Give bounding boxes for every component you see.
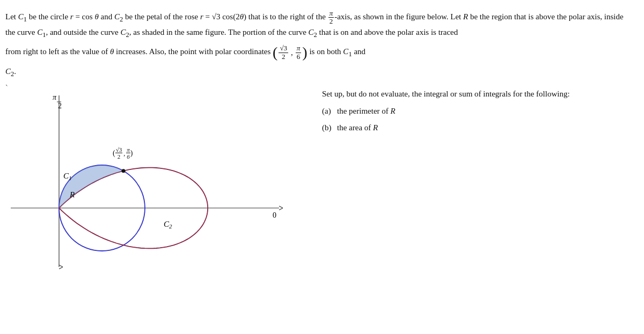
part-b: (b) the area of R — [322, 121, 631, 135]
pi-half-label: π — [53, 93, 57, 101]
text-c2: C2. — [5, 67, 16, 76]
main-paragraph-line4: from right to left as the value of θ inc… — [5, 44, 631, 61]
intersection-dot — [122, 169, 126, 173]
c1-label: C1 — [63, 172, 72, 181]
origin-label: 0 — [273, 211, 276, 219]
part-b-text: the area of R — [337, 121, 378, 135]
text-line1: Let C1 be the circle r = cos θ and C2 be… — [5, 12, 624, 36]
coord-label-group: (√32,π6) — [113, 146, 156, 168]
open-paren: ( — [273, 45, 277, 60]
right-panel: Set up, but do not evaluate, the integra… — [306, 85, 631, 135]
coord-label: (√3 — [5, 85, 14, 86]
c2-label: C2 — [164, 220, 172, 229]
polar-diagram: π 2 C1 R C2 0 (√3 (√32,π6) — [5, 85, 306, 283]
coordinate-group: ( √3 2 , π 6 ) — [273, 44, 308, 61]
comma: , — [291, 46, 293, 60]
svg-rect-0 — [5, 85, 306, 208]
r-label: R — [69, 190, 75, 199]
pi-over-2-fraction: π 2 — [328, 10, 334, 26]
text-line4-pre: from right to left as the value of θ inc… — [5, 47, 270, 56]
part-a: (a) the perimeter of R — [322, 105, 631, 118]
set-up-intro: Set up, but do not evaluate, the integra… — [322, 87, 631, 101]
text-line4-post: is on both C1 and — [309, 47, 365, 56]
content-row: π 2 C1 R C2 0 (√3 (√32,π6) Set up, but — [5, 85, 631, 283]
part-b-label: (b) — [322, 121, 337, 135]
diagram-area: π 2 C1 R C2 0 (√3 (√32,π6) — [5, 85, 306, 283]
main-paragraph-line5: C2. — [5, 65, 631, 80]
part-a-text: the perimeter of R — [337, 105, 396, 118]
close-paren: ) — [302, 45, 307, 60]
pi-half-denom: 2 — [58, 102, 62, 110]
part-a-label: (a) — [322, 105, 337, 118]
main-paragraph: Let C1 be the circle r = cos θ and C2 be… — [5, 10, 631, 40]
